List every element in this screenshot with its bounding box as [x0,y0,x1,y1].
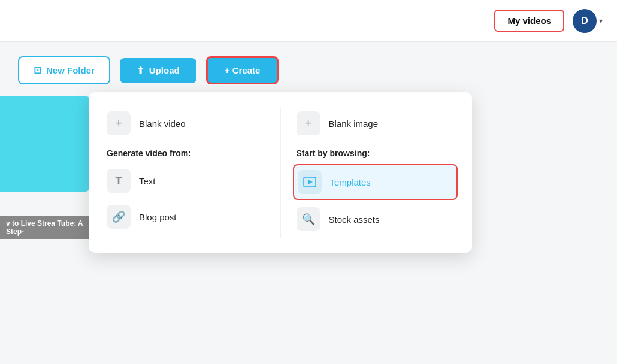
create-button[interactable]: + Create [206,56,279,84]
stock-assets-icon: 🔍 [297,207,320,231]
generate-heading: Generate video from: [107,148,268,158]
blank-image-item[interactable]: + Blank image [293,107,458,140]
create-dropdown: + Blank video Generate video from: T Tex… [89,92,472,253]
upload-label: Upload [149,65,180,75]
video-card-text: v to Live Strea Tube: A Step- [6,219,83,236]
folder-icon: ⊡ [34,65,41,76]
svg-marker-1 [308,180,313,184]
stock-assets-item[interactable]: 🔍 Stock assets [293,202,458,236]
dropdown-left-col: + Blank video Generate video from: T Tex… [103,107,280,238]
plus-icon: + [115,117,122,131]
blog-post-item[interactable]: 🔗 Blog post [103,200,268,233]
user-avatar-container[interactable]: D ▾ [573,9,603,33]
stock-assets-label: Stock assets [329,214,380,225]
blog-post-label: Blog post [139,212,177,222]
dropdown-columns: + Blank video Generate video from: T Tex… [103,107,458,238]
text-item[interactable]: T Text [103,164,268,198]
new-folder-button[interactable]: ⊡ New Folder [18,56,110,84]
avatar: D [573,9,597,33]
text-icon: T [107,169,131,193]
templates-icon [298,170,322,194]
templates-label: Templates [330,177,371,187]
new-folder-label: New Folder [46,65,95,75]
my-videos-label: My videos [507,16,551,26]
header: My videos D ▾ [0,0,617,42]
upload-button[interactable]: ⬆ Upload [120,58,196,83]
blank-video-label: Blank video [139,119,186,129]
video-label: v to Live Strea Tube: A Step- [0,216,96,239]
blog-post-icon: 🔗 [107,205,131,229]
upload-icon: ⬆ [137,65,144,76]
toolbar: ⊡ New Folder ⬆ Upload + Create [18,56,599,84]
avatar-initial: D [581,16,588,26]
blank-image-icon: + [297,111,320,135]
blank-image-label: Blank image [329,119,379,129]
my-videos-button[interactable]: My videos [494,10,564,32]
templates-item[interactable]: Templates [293,164,458,200]
text-label: Text [139,176,156,186]
chevron-down-icon: ▾ [599,17,603,25]
main-content: ⊡ New Folder ⬆ Upload + Create v to Live… [0,42,617,111]
blank-video-item[interactable]: + Blank video [103,107,268,140]
video-thumbnail-card [0,96,90,192]
browse-heading: Start by browsing: [297,148,458,158]
dropdown-right-col: + Blank image Start by browsing: Templat… [280,107,458,238]
blank-video-icon: + [107,111,131,135]
plus-icon-2: + [305,117,312,131]
create-label: + Create [225,65,261,75]
